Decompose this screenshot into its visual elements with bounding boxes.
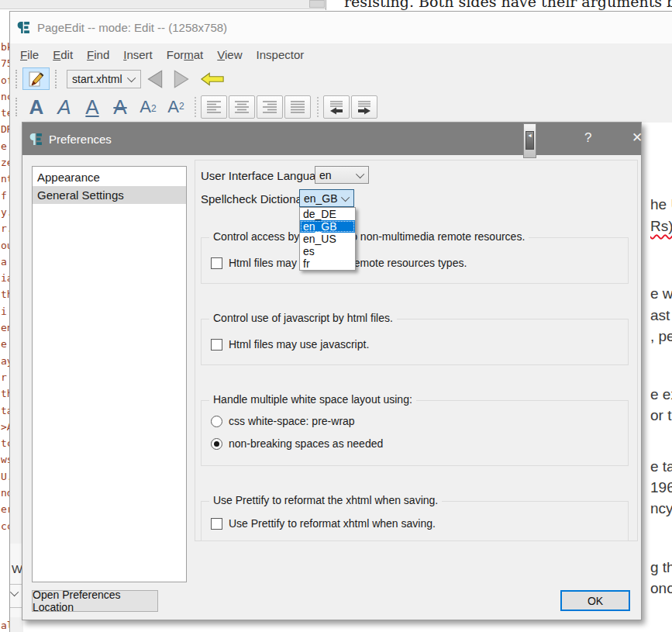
spellcheck-options-list: de_DE en_GB en_US es fr [299, 207, 356, 271]
chevron-down-icon[interactable] [10, 588, 19, 596]
radio-unselected[interactable] [211, 416, 222, 427]
ui-language-dropdown[interactable]: en [315, 166, 369, 184]
editor-text-fragment: onor [650, 580, 672, 597]
italic-icon: A [57, 95, 71, 119]
menu-inspector[interactable]: Inspector [250, 45, 312, 64]
category-appearance[interactable]: Appearance [33, 168, 186, 186]
background-divider [326, 0, 326, 10]
subscript-button[interactable]: A2 [134, 93, 162, 121]
checkbox-unchecked[interactable] [211, 339, 222, 351]
bold-icon: A [29, 95, 44, 119]
menu-edit[interactable]: Edit [46, 45, 80, 64]
yellow-arrow-icon [200, 71, 225, 87]
background-reader-toolbar [0, 0, 326, 9]
spellcheck-dropdown[interactable]: en_GB [299, 189, 354, 207]
group-javascript: Control use of javascript by html files.… [201, 319, 629, 365]
dialog-title: Preferences [49, 133, 112, 146]
option-en-us[interactable]: en_US [300, 233, 355, 245]
bold-button[interactable]: A [22, 93, 50, 121]
group-whitespace: Handle multiple white space layout using… [201, 400, 629, 466]
back-icon [145, 69, 165, 89]
menubar: File Edit Find Insert Format View Inspec… [10, 43, 672, 66]
align-justify-icon [289, 98, 306, 116]
checkbox-unchecked[interactable] [211, 257, 222, 269]
editor-text-fragment: , per [650, 328, 672, 345]
align-left-button[interactable] [201, 95, 227, 119]
option-es[interactable]: es [300, 245, 355, 257]
editor-text-fragment: e tall [650, 458, 672, 475]
toolbar-drag-handle[interactable] [16, 98, 19, 116]
group-prettify: Use Prettify to reformat the xhtml when … [201, 501, 629, 541]
ok-button[interactable]: OK [560, 590, 630, 611]
outdent-button[interactable] [323, 95, 350, 119]
menu-file[interactable]: File [13, 45, 46, 64]
align-right-button[interactable] [257, 95, 283, 119]
italic-button[interactable]: A [50, 93, 78, 121]
close-icon[interactable]: ✕ [632, 130, 643, 146]
help-button[interactable]: ? [584, 130, 591, 146]
editor-text-fragment: ncy g [650, 500, 672, 517]
option-en-gb[interactable]: en_GB [300, 220, 355, 233]
pencil-edit-icon [27, 70, 46, 88]
align-left-icon [205, 98, 222, 116]
prettify-checkbox-row[interactable]: Use Prettify to reformat xhtml when savi… [211, 517, 436, 530]
menu-find[interactable]: Find [80, 45, 116, 64]
toolbar-drag-handle[interactable] [16, 70, 19, 88]
dialog-titlebar[interactable]: Preferences [22, 123, 641, 155]
editor-text-fragment: ast 1 [650, 307, 672, 324]
splitter-arrow-icon: ◂ [526, 131, 534, 150]
checkbox-unchecked[interactable] [211, 518, 222, 530]
edit-mode-button[interactable] [22, 67, 50, 90]
option-de-de[interactable]: de_DE [300, 208, 355, 220]
pageedit-logo-icon [29, 133, 43, 146]
ui-language-label: User Interface Language: [201, 169, 332, 182]
window-title: PageEdit -- mode: Edit -- (1258x758) [37, 21, 227, 34]
align-right-icon [261, 98, 278, 116]
toolbar-separator [195, 97, 196, 117]
underline-button[interactable]: A [78, 93, 106, 121]
strikethrough-icon: A [113, 95, 126, 119]
group-remote-resources: Control access by html files to non-mult… [201, 237, 629, 284]
option-fr[interactable]: fr [300, 257, 355, 270]
subscript-icon: A [140, 95, 151, 119]
app-titlebar[interactable]: PageEdit -- mode: Edit -- (1258x758) [10, 12, 672, 43]
category-list: Appearance General Settings [32, 166, 187, 582]
category-general-settings[interactable]: General Settings [33, 186, 186, 204]
editor-text-fragment: g the [650, 559, 672, 576]
toolbar-drag-handle[interactable] [55, 70, 58, 88]
back-button[interactable] [143, 68, 167, 90]
format-toolbar: A A A A A2 A2 [10, 92, 672, 123]
menu-insert[interactable]: Insert [116, 45, 160, 64]
indent-button[interactable] [351, 95, 377, 119]
editor-text-fragment: e wa [650, 285, 672, 302]
editor-text-fragment: or th [650, 407, 672, 424]
forward-icon [171, 69, 191, 89]
background-reader-text: resisting. Both sides have their argumen… [344, 0, 672, 10]
toolbar-separator [317, 97, 319, 117]
indent-icon [356, 98, 373, 116]
background-reader-window: resisting. Both sides have their argumen… [0, 0, 672, 10]
menu-view[interactable]: View [210, 45, 249, 64]
splitter-handle[interactable]: ◂ [523, 123, 536, 158]
file-selector-dropdown[interactable]: start.xhtml [67, 70, 141, 88]
pageedit-logo-icon [17, 21, 30, 34]
strikethrough-button[interactable]: A [106, 93, 134, 121]
editor-text-fragment: e ex [650, 386, 672, 403]
whitespace-prewrap-radio-row[interactable]: css white-space: pre-wrap [211, 415, 355, 427]
radio-selected[interactable] [211, 438, 222, 450]
javascript-checkbox-row[interactable]: Html files may use javascript. [211, 338, 369, 351]
editor-text-fragment: he U [650, 196, 672, 213]
navigation-toolbar: start.xhtml [10, 66, 672, 92]
go-back-link-button[interactable] [200, 68, 225, 90]
align-center-icon [233, 98, 250, 116]
outdent-icon [328, 98, 345, 116]
align-center-button[interactable] [229, 95, 255, 119]
whitespace-nbsp-radio-row[interactable]: non-breaking spaces as needed [211, 437, 383, 450]
align-justify-button[interactable] [284, 95, 311, 119]
forward-button[interactable] [169, 68, 194, 90]
superscript-button[interactable]: A2 [162, 93, 190, 121]
menu-format[interactable]: Format [160, 45, 211, 64]
superscript-icon: A [167, 95, 179, 119]
open-preferences-location-button[interactable]: Open Preferences Location [32, 590, 158, 612]
editor-text-fragment-misspelled: Rs) - [650, 218, 672, 235]
